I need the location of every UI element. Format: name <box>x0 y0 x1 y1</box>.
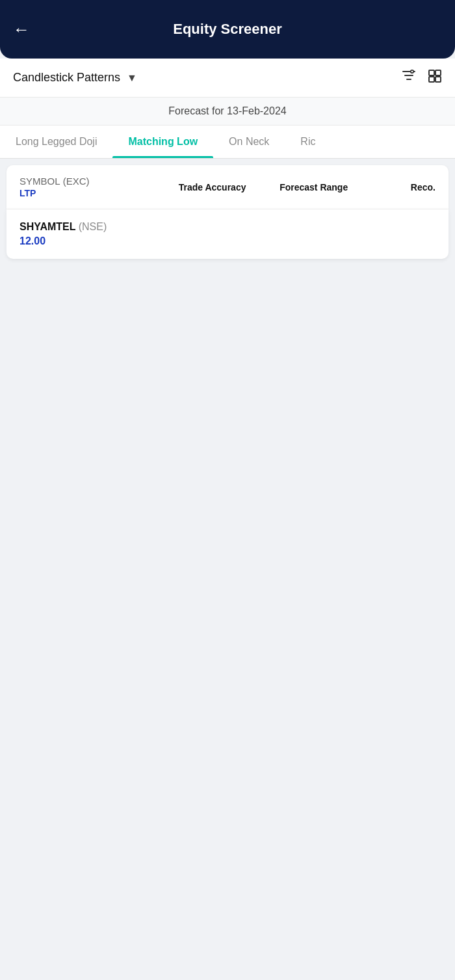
filter-icon[interactable] <box>402 69 416 86</box>
chevron-down-icon: ▼ <box>127 72 137 84</box>
svg-rect-1 <box>429 70 434 75</box>
forecast-bar: Forecast for 13-Feb-2024 <box>0 98 455 126</box>
pattern-dropdown[interactable]: Candlestick Patterns ▼ <box>13 71 137 85</box>
tab-matching-low[interactable]: Matching Low <box>112 126 213 158</box>
tab-rising[interactable]: Ric <box>285 126 331 158</box>
forecast-label: Forecast for 13-Feb-2024 <box>168 105 286 116</box>
main-content <box>0 265 455 851</box>
svg-point-0 <box>411 70 413 73</box>
back-button[interactable]: ← <box>13 20 30 40</box>
exchange-label: (NSE) <box>79 221 107 232</box>
table-header: SYMBOL (EXC) LTP Trade Accuracy Forecast… <box>6 165 448 209</box>
symbol-exc-label: (EXC) <box>63 176 90 187</box>
dropdown-bar: Candlestick Patterns ▼ <box>0 59 455 98</box>
ltp-header: LTP <box>20 188 162 198</box>
ltp-value: 12.00 <box>20 235 162 247</box>
table-row[interactable]: SHYAMTEL (NSE) 12.00 <box>6 209 448 259</box>
symbol-name: SHYAMTEL (NSE) <box>20 221 162 233</box>
tab-strip: Long Legged Doji Matching Low On Neck Ri… <box>0 126 455 159</box>
svg-rect-4 <box>436 77 441 82</box>
dropdown-label: Candlestick Patterns <box>13 71 120 85</box>
column-accuracy: Trade Accuracy <box>162 182 263 192</box>
grid-icon[interactable] <box>428 69 442 86</box>
column-forecast: Forecast Range <box>263 182 365 192</box>
svg-rect-3 <box>429 77 434 82</box>
tab-long-legged-doji[interactable]: Long Legged Doji <box>0 126 112 158</box>
header-icons <box>402 69 442 86</box>
tab-on-neck[interactable]: On Neck <box>213 126 285 158</box>
column-reco: Reco. <box>365 182 436 192</box>
column-symbol: SYMBOL (EXC) LTP <box>20 176 162 198</box>
app-header: ← Equity Screener <box>0 0 455 59</box>
row-symbol-col: SHYAMTEL (NSE) 12.00 <box>20 221 162 247</box>
symbol-header-main: SYMBOL <box>20 176 60 187</box>
svg-rect-2 <box>436 70 441 75</box>
page-title: Equity Screener <box>43 21 412 38</box>
